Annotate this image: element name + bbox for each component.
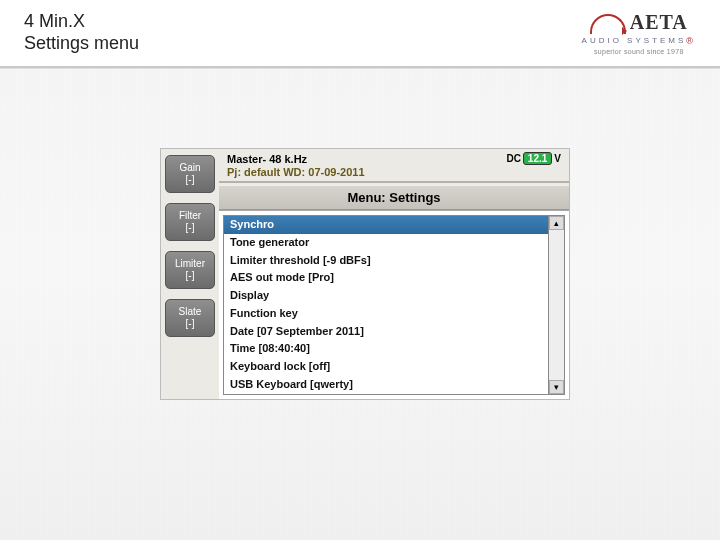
gain-button-sub: [-] (168, 174, 212, 186)
settings-item[interactable]: Date [07 September 2011] (224, 323, 548, 341)
limiter-button[interactable]: Limiter [-] (165, 251, 215, 289)
scroll-up-button[interactable]: ▴ (549, 216, 564, 230)
slate-button[interactable]: Slate [-] (165, 299, 215, 337)
settings-item[interactable]: Synchro (224, 216, 548, 234)
slide-header: 4 Min.X Settings menu AETA AUDIO SYSTEMS… (0, 0, 720, 68)
scroll-down-button[interactable]: ▾ (549, 380, 564, 394)
logo-brand-text: AETA (630, 11, 688, 34)
settings-item[interactable]: Keyboard lock [off] (224, 358, 548, 376)
settings-item[interactable]: Time [08:40:40] (224, 340, 548, 358)
title-line-2: Settings menu (24, 33, 139, 55)
slate-button-sub: [-] (168, 318, 212, 330)
device-main-panel: Master- 48 k.Hz DC 12.1 V Pj: default WD… (219, 149, 569, 399)
settings-list[interactable]: SynchroTone generatorLimiter threshold [… (223, 215, 549, 395)
slide-title: 4 Min.X Settings menu (24, 11, 139, 54)
dc-label: DC (506, 153, 520, 164)
device-screenshot: Gain [-] Filter [-] Limiter [-] Slate [-… (160, 148, 570, 400)
project-line: Pj: default WD: 07-09-2011 (219, 166, 569, 183)
dc-unit: V (554, 153, 561, 164)
gain-button-label: Gain (168, 162, 212, 174)
settings-item[interactable]: USB Keyboard [qwerty] (224, 376, 548, 394)
limiter-button-sub: [-] (168, 270, 212, 282)
logo-subtext: AUDIO SYSTEMS (582, 36, 687, 45)
scrollbar[interactable]: ▴ ▾ (549, 215, 565, 395)
filter-button-sub: [-] (168, 222, 212, 234)
dc-badge: DC 12.1 V (506, 152, 561, 165)
logo-registered: ® (686, 36, 696, 46)
filter-button[interactable]: Filter [-] (165, 203, 215, 241)
side-button-column: Gain [-] Filter [-] Limiter [-] Slate [-… (161, 149, 219, 399)
menu-title: Menu: Settings (219, 185, 569, 210)
filter-button-label: Filter (168, 210, 212, 222)
brand-logo: AETA AUDIO SYSTEMS® superior sound since… (582, 11, 696, 55)
gain-button[interactable]: Gain [-] (165, 155, 215, 193)
settings-list-area: SynchroTone generatorLimiter threshold [… (219, 210, 569, 399)
logo-arc-icon (590, 14, 626, 34)
settings-item[interactable]: Display (224, 287, 548, 305)
slate-button-label: Slate (168, 306, 212, 318)
settings-item[interactable]: Function key (224, 305, 548, 323)
mode-label: Master- 48 k.Hz (227, 153, 307, 165)
logo-tagline: superior sound since 1978 (582, 48, 696, 55)
settings-item[interactable]: Limiter threshold [-9 dBFs] (224, 252, 548, 270)
settings-item[interactable]: AES out mode [Pro] (224, 269, 548, 287)
dc-value: 12.1 (523, 152, 552, 165)
limiter-button-label: Limiter (168, 258, 212, 270)
title-line-1: 4 Min.X (24, 11, 139, 33)
status-row: Master- 48 k.Hz DC 12.1 V (219, 149, 569, 166)
settings-item[interactable]: Tone generator (224, 234, 548, 252)
